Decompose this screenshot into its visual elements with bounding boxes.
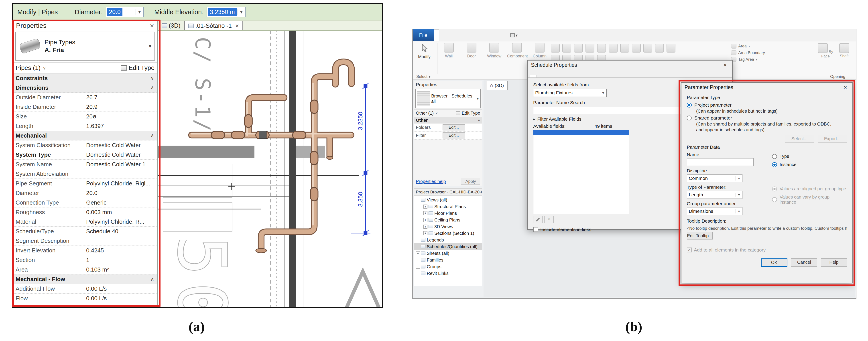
chevron-down-icon[interactable]: ▾ — [736, 176, 742, 181]
property-value[interactable]: 0.4245 — [84, 246, 157, 255]
radio-icon[interactable] — [772, 187, 777, 191]
ribbon-tab[interactable] — [488, 29, 493, 41]
file-menu-button[interactable]: File — [413, 29, 434, 41]
cancel-button[interactable]: Cancel — [791, 258, 817, 267]
edit-type-button[interactable]: Edit Type — [456, 111, 480, 116]
radio-icon[interactable] — [772, 197, 777, 202]
chevron-down-icon[interactable]: ▾ — [477, 97, 478, 101]
tree-item[interactable]: Legends — [414, 237, 482, 243]
property-row[interactable]: Section 1 — [13, 255, 157, 265]
property-row[interactable]: Material Polyvinyl Chloride, R... — [13, 217, 157, 226]
property-value[interactable]: 1.6397 — [84, 121, 157, 131]
drawing-canvas[interactable]: C/ S-1/ 50 — [158, 31, 382, 307]
property-row[interactable]: System Abbreviation — [13, 169, 157, 179]
selection-filter[interactable]: Pipes (1) — [16, 64, 40, 71]
property-value[interactable] — [84, 169, 157, 179]
ribbon-tab[interactable] — [449, 29, 454, 41]
tree-item[interactable]: + Structural Plans — [414, 203, 482, 210]
ribbon-tab[interactable] — [468, 29, 473, 41]
tool-icon[interactable] — [620, 43, 629, 53]
dialog-tab[interactable] — [549, 75, 555, 78]
tree-item[interactable]: + Sheets (all) — [414, 250, 482, 257]
radio-icon[interactable] — [772, 162, 777, 167]
select-button[interactable]: Select... — [785, 135, 814, 143]
property-row[interactable]: Area 0.103 m² — [13, 265, 157, 274]
type-selector[interactable]: Browser - Schedules all ▾ — [415, 89, 480, 108]
build-tool-button[interactable]: Component — [507, 43, 527, 59]
section-collapse-icon[interactable]: ∧ — [151, 276, 157, 282]
name-input[interactable] — [687, 158, 753, 166]
field-list-item[interactable] — [533, 204, 629, 208]
tree-item[interactable]: Schedules/Quantities (all) — [414, 243, 482, 250]
property-row[interactable]: Pipe Segment Polyvinyl Chloride, Rigi... — [13, 179, 157, 188]
diameter-input[interactable]: 20.0 ▾ — [106, 7, 144, 17]
tree-expand-toggle[interactable]: + — [416, 258, 420, 262]
chevron-down-icon[interactable]: ▾ — [736, 193, 742, 197]
property-row[interactable]: Inside Diameter 20.9 — [13, 102, 157, 112]
field-list-item[interactable] — [533, 169, 629, 174]
field-list-item[interactable] — [533, 164, 629, 169]
dialog-tab[interactable] — [555, 75, 562, 78]
tool-icon[interactable] — [551, 43, 560, 53]
properties-help-link[interactable]: Properties help — [416, 179, 446, 184]
dimension[interactable]: 3.2350 3.350 — [351, 83, 370, 236]
dialog-tab[interactable] — [530, 75, 537, 78]
property-value[interactable]: 20.0 — [84, 188, 157, 198]
tree-expand-toggle[interactable]: + — [424, 205, 428, 209]
chevron-down-icon[interactable]: ▾ — [238, 9, 245, 15]
selection-filter[interactable]: Other (1) — [416, 111, 434, 116]
area-tool-button[interactable]: Tag Area ▾ — [731, 57, 765, 62]
property-row[interactable]: Filter Edit... — [414, 131, 482, 140]
checkbox-icon[interactable]: ✓ — [687, 248, 692, 252]
field-list-item[interactable] — [533, 140, 629, 145]
field-list-item[interactable] — [533, 174, 629, 179]
shared-parameter-option[interactable]: Shared parameter — [687, 115, 847, 121]
property-row[interactable]: Invert Elevation 0.4245 — [13, 246, 157, 255]
build-tool-button[interactable]: Door — [462, 43, 481, 59]
property-row[interactable]: Folders Edit... — [414, 124, 482, 131]
property-value[interactable]: 20.9 — [84, 102, 157, 112]
tree-item[interactable]: + Ceiling Plans — [414, 217, 482, 223]
ribbon-tab[interactable] — [434, 29, 439, 41]
dimension-lower-value[interactable]: 3.350 — [357, 192, 364, 207]
property-value[interactable] — [84, 236, 157, 246]
property-value[interactable]: 20ø — [84, 112, 157, 121]
values-vary-option[interactable]: Values can vary by group instance — [772, 194, 847, 205]
instance-option[interactable]: Instance — [772, 162, 847, 167]
property-row[interactable]: Connection Type Generic — [13, 198, 157, 208]
property-row[interactable]: Mechanical - Flow ∧ — [13, 274, 157, 284]
section-collapse-icon[interactable]: ∧ — [478, 118, 480, 122]
available-from-combo[interactable]: Plumbing Fixtures ▾ — [533, 89, 607, 97]
edit-tooltip-button[interactable]: Edit Tooltip... — [687, 232, 713, 240]
field-list-item[interactable] — [533, 135, 629, 140]
tool-icon[interactable] — [574, 43, 583, 53]
chevron-down-icon[interactable]: ▾ — [736, 209, 742, 213]
ribbon-tab[interactable] — [483, 29, 488, 41]
ribbon-tab[interactable] — [459, 29, 464, 41]
area-tool-button[interactable]: Area Boundary — [731, 50, 765, 55]
modify-selector-icon[interactable]: ▾ — [507, 29, 520, 41]
tree-item[interactable]: + Groups — [414, 263, 482, 270]
ok-button[interactable]: OK — [761, 258, 787, 267]
ribbon-tab[interactable] — [503, 29, 507, 41]
close-icon[interactable]: × — [721, 62, 729, 68]
group-parameter-under-combo[interactable]: Dimensions ▾ — [687, 207, 742, 215]
property-value[interactable]: 1 — [84, 255, 157, 265]
tool-icon[interactable] — [562, 43, 571, 53]
edit-button[interactable]: Edit... — [442, 124, 465, 130]
tree-expand-toggle[interactable]: + — [416, 251, 420, 255]
type-selector[interactable]: Pipe Types A. Fría ▾ — [15, 32, 155, 61]
property-row[interactable]: Outside Diameter 26.7 — [13, 93, 157, 102]
field-list-item[interactable] — [533, 194, 629, 198]
modify-tool-label[interactable]: Modify — [413, 54, 436, 59]
chevron-down-icon[interactable]: ▾ — [600, 91, 607, 95]
pipe-valve[interactable] — [259, 131, 267, 139]
export-button[interactable]: Export... — [818, 135, 847, 143]
property-row[interactable]: System Type Domestic Cold Water — [13, 150, 157, 160]
tool-icon[interactable] — [643, 43, 652, 53]
tool-icon[interactable] — [609, 43, 618, 53]
property-value[interactable]: Domestic Cold Water — [84, 141, 157, 150]
close-icon[interactable]: × — [235, 23, 239, 29]
tree-item[interactable]: + 3D Views — [414, 223, 482, 230]
add-to-all-elements-row[interactable]: ✓ Add to all elements in the category — [687, 247, 847, 253]
